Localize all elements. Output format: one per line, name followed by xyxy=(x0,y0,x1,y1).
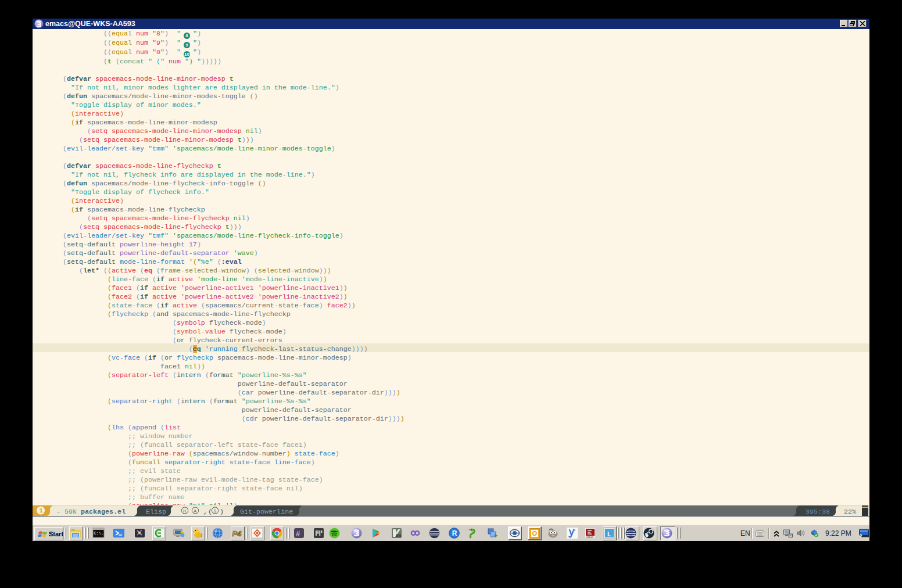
svg-text:C:\.: C:\. xyxy=(94,531,104,536)
svg-text:22%: 22% xyxy=(844,508,857,516)
svg-text:Git-powerline: Git-powerline xyxy=(240,508,293,516)
svg-text:H: H xyxy=(183,509,186,514)
svg-text:): ) xyxy=(220,508,224,516)
svg-text:- 59k: - 59k xyxy=(56,508,77,516)
svg-text:#: # xyxy=(296,529,300,538)
svg-text:1: 1 xyxy=(40,507,43,514)
svg-text:L: L xyxy=(607,530,611,537)
svg-text:packages.el: packages.el xyxy=(81,508,126,516)
svg-text:(: ( xyxy=(208,508,212,516)
svg-text:O: O xyxy=(532,530,538,537)
svg-text:395:38: 395:38 xyxy=(806,508,830,516)
svg-text:R: R xyxy=(452,529,457,537)
svg-text:im: im xyxy=(396,533,401,538)
svg-text:Elisp: Elisp xyxy=(146,508,166,516)
svg-text:,: , xyxy=(203,508,207,516)
svg-text:S: S xyxy=(213,509,216,514)
svg-text:EMGR: EMGR xyxy=(586,536,593,539)
svg-text:P4: P4 xyxy=(232,529,242,538)
svg-text:A: A xyxy=(194,509,196,514)
